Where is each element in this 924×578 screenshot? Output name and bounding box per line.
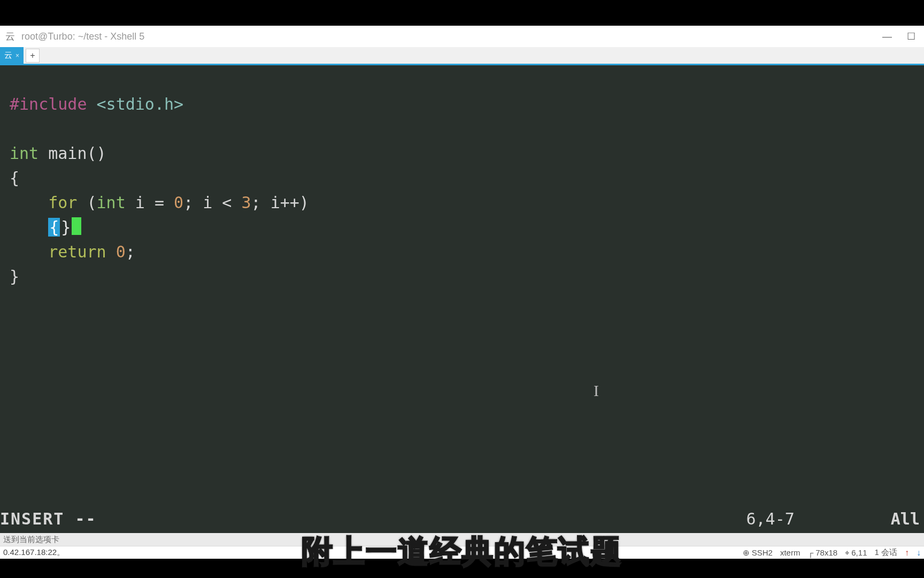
- upload-icon: ↑: [905, 548, 909, 558]
- download-icon: ↓: [917, 548, 921, 558]
- titlebar: 云 root@Turbo: ~/test - Xshell 5 — ☐: [0, 26, 924, 47]
- conn-rowcol: ⌖ 6,11: [845, 548, 867, 558]
- connection-bar: 0.42.167.18:22。 ⊕ SSH2 xterm ┌ 78x18 ⌖ 6…: [0, 546, 924, 559]
- tab-bar: 云 × +: [0, 47, 924, 65]
- conn-ssh: ⊕ SSH2: [743, 548, 773, 558]
- app-status-bar: 送到当前选项卡: [0, 533, 924, 546]
- code-type-int: int: [10, 144, 38, 163]
- code-brace-close: }: [10, 267, 19, 286]
- connection-host: 0.42.167.18:22。: [3, 547, 65, 558]
- code-int: int: [97, 193, 126, 212]
- vim-position: 6,4-7: [746, 507, 795, 531]
- code-for-b: ; i <: [183, 193, 241, 212]
- app-icon: 云: [4, 31, 16, 42]
- tab-label: 云: [4, 50, 12, 60]
- code-fn-main: main: [48, 144, 87, 163]
- code-for: for: [48, 193, 77, 212]
- letterbox-top: [0, 0, 924, 26]
- code-sp: [106, 242, 116, 261]
- code-indent: [10, 242, 48, 261]
- terminal-cursor: [72, 217, 81, 235]
- code-brace-hl-open: {: [48, 218, 60, 237]
- text-cursor-ibeam: I: [594, 378, 595, 394]
- tab-add-button[interactable]: +: [26, 49, 40, 63]
- code-zero: 0: [174, 193, 183, 212]
- code-zero2: 0: [116, 242, 126, 261]
- code-include-target: <stdio.h>: [97, 95, 184, 113]
- code-three: 3: [242, 193, 251, 212]
- code-brace-hl-close: }: [60, 218, 72, 237]
- maximize-button[interactable]: ☐: [907, 31, 915, 42]
- minimize-button[interactable]: —: [882, 31, 892, 42]
- code-return: return: [48, 242, 106, 261]
- conn-size: ┌ 78x18: [807, 548, 837, 557]
- conn-term: xterm: [780, 548, 800, 557]
- code-parens: (): [87, 144, 106, 163]
- code-indent: [10, 218, 48, 237]
- vim-status-bar: INSERT -- 6,4-7 All: [0, 506, 924, 533]
- app-status-text: 送到当前选项卡: [3, 535, 59, 545]
- vim-scroll: All: [891, 507, 920, 531]
- code-preproc: #include: [10, 95, 87, 113]
- terminal[interactable]: #include <stdio.h> int main() { for (int…: [0, 65, 924, 533]
- letterbox-bottom: [0, 559, 924, 578]
- code-for-c: ; i++): [251, 193, 309, 212]
- window-title: root@Turbo: ~/test - Xshell 5: [21, 31, 144, 42]
- code-for-open: (: [77, 193, 96, 212]
- close-icon[interactable]: ×: [16, 52, 19, 59]
- code-semi: ;: [126, 242, 135, 261]
- tab-active[interactable]: 云 ×: [0, 47, 24, 64]
- conn-session: 1 会话: [874, 547, 897, 558]
- code-brace-open: {: [10, 169, 19, 187]
- vim-mode: INSERT --: [0, 507, 97, 531]
- code-for-a: i =: [126, 193, 174, 212]
- code-indent: [10, 193, 48, 212]
